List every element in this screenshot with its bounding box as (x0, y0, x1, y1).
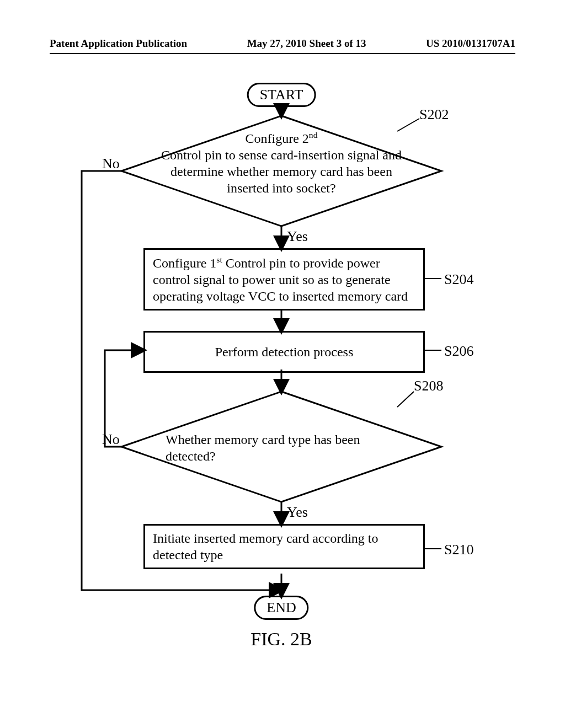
s202-ref: S202 (419, 106, 449, 123)
s206-text: Perform detection process (215, 345, 354, 359)
page-header: Patent Application Publication May 27, 2… (0, 38, 565, 53)
s204-ref: S204 (444, 271, 473, 288)
s206-ref: S206 (444, 343, 473, 360)
process-s204: Configure 1st Control pin to provide pow… (143, 248, 425, 311)
s202-pre: Configure 2 (246, 131, 309, 146)
flowchart: START Configure 2nd Control pin to sense… (0, 61, 565, 667)
terminal-end: END (254, 596, 308, 620)
header-left: Patent Application Publication (50, 38, 187, 50)
decision-s202-text: Configure 2nd Control pin to sense card-… (160, 130, 403, 196)
header-rule (50, 53, 515, 54)
no1-label: No (102, 156, 120, 172)
yes1-label: Yes (287, 228, 308, 245)
process-s210: Initiate inserted memory card according … (143, 524, 425, 569)
start-label: START (260, 87, 303, 103)
end-label: END (266, 599, 296, 615)
svg-line-7 (397, 392, 414, 407)
no2-label: No (102, 431, 120, 448)
s208-text: Whether memory card type has been detect… (166, 432, 360, 463)
header-right: US 2010/0131707A1 (426, 38, 515, 50)
s208-ref: S208 (414, 378, 443, 394)
s202-sup: nd (309, 130, 318, 140)
s210-text: Initiate inserted memory card according … (153, 531, 379, 562)
yes2-label: Yes (287, 504, 308, 521)
s202-rest: Control pin to sense card-insertion sign… (161, 148, 402, 195)
terminal-start: START (247, 83, 316, 107)
process-s206: Perform detection process (143, 331, 425, 373)
s210-ref: S210 (444, 542, 473, 558)
s204-pre: Configure 1 (153, 256, 216, 270)
decision-s208-text: Whether memory card type has been detect… (166, 431, 397, 464)
header-center: May 27, 2010 Sheet 3 of 13 (247, 38, 366, 50)
s204-sup: st (216, 255, 222, 264)
figure-caption: FIG. 2B (250, 629, 312, 650)
